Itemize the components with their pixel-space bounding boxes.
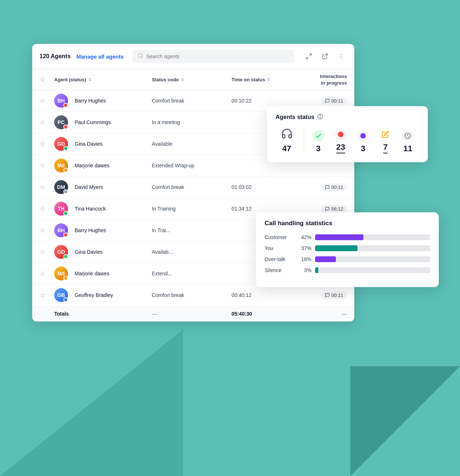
avatar-status-dot <box>63 124 68 129</box>
gray-clock-icon <box>402 130 414 142</box>
avatar-status-dot <box>63 189 68 194</box>
row-star-icon[interactable]: ☆ <box>40 248 45 256</box>
agent-name[interactable]: Marjorie dawes <box>75 163 109 168</box>
avatar: GD <box>54 245 68 259</box>
star-sort-icon[interactable]: ☆ <box>40 76 45 83</box>
header-icons <box>303 51 347 62</box>
expand-icon[interactable] <box>303 51 315 62</box>
bar-label: You <box>265 245 294 251</box>
row-star-icon[interactable]: ☆ <box>40 205 45 212</box>
bar-track <box>315 245 430 251</box>
agent-name[interactable]: Marjorie dawes <box>75 271 109 276</box>
svg-point-4 <box>341 58 341 59</box>
bar-label: Silence <box>265 267 294 273</box>
interaction-badge: 56:12 <box>321 205 347 213</box>
svg-point-6 <box>360 133 366 139</box>
interaction-badge: 00:11 <box>321 97 347 105</box>
search-input[interactable] <box>146 53 289 59</box>
totals-dash-2: — <box>342 311 347 317</box>
totals-dash-1: — <box>152 311 157 317</box>
avatar-status-dot <box>63 168 68 172</box>
avatar: GB <box>54 288 68 302</box>
time-on-status: 01:03:02 <box>232 184 252 190</box>
stat-total: 47 <box>276 128 304 153</box>
manage-all-agents-link[interactable]: Manage all agents <box>76 53 124 60</box>
time-on-status: 00:10:22 <box>232 98 252 104</box>
info-icon[interactable]: ⓘ <box>317 114 323 120</box>
bar-fill <box>315 256 336 262</box>
status-code: In Training <box>152 206 176 212</box>
row-star-icon[interactable]: ☆ <box>40 227 45 234</box>
agent-name[interactable]: Tina Hancock <box>75 206 106 212</box>
yellow-pen-icon <box>379 129 391 140</box>
col-status-header[interactable]: Status code <box>152 77 179 82</box>
stat-total-number: 47 <box>282 144 291 153</box>
row-star-icon[interactable]: ☆ <box>40 183 45 191</box>
bar-pct: 18% <box>298 256 311 262</box>
avatar: BH <box>54 94 68 108</box>
red-circle-icon <box>335 129 347 140</box>
row-star-icon[interactable]: ☆ <box>40 162 45 169</box>
stat-yellow-number: 7 <box>383 142 388 153</box>
status-code: Extended Wrap-up <box>152 163 194 168</box>
svg-point-5 <box>338 132 343 137</box>
table-row[interactable]: ☆ GB Geoffrey Bradley Comfort break 00:4… <box>32 285 354 306</box>
stat-purple: 3 <box>352 130 374 153</box>
col-time-header[interactable]: Time on status <box>232 77 265 82</box>
status-code: Extend... <box>152 271 172 276</box>
status-sort-icon[interactable]: ⇅ <box>181 77 184 82</box>
avatar-status-dot <box>63 233 68 237</box>
status-code: Comfort break <box>152 98 184 104</box>
stat-green: 3 <box>307 130 329 153</box>
agent-name[interactable]: Gina Davies <box>75 141 102 147</box>
svg-point-2 <box>341 54 341 55</box>
row-star-icon[interactable]: ☆ <box>40 291 45 299</box>
avatar: DM <box>54 180 68 194</box>
bar-pct: 37% <box>298 245 311 251</box>
stat-green-number: 3 <box>316 144 321 153</box>
agent-name[interactable]: Barry Hughes <box>75 98 106 104</box>
col-agent-header[interactable]: Agent (status) <box>54 77 86 82</box>
stat-red-number: 23 <box>336 142 345 153</box>
bar-fill <box>315 267 318 273</box>
bar-row: Over-talk 18% <box>265 256 430 262</box>
agent-name[interactable]: David Myers <box>75 184 103 190</box>
agent-name[interactable]: Paul Cummings <box>75 119 111 125</box>
bar-pct: 42% <box>298 234 311 240</box>
status-code: Available <box>152 141 173 147</box>
bar-fill <box>315 234 363 240</box>
bar-label: Over-talk <box>265 256 294 262</box>
bar-chart: Customer 42% You 37% Over-talk 18% Silen… <box>265 234 430 273</box>
totals-label: Totals <box>54 311 69 317</box>
col-interactions-header: Interactionsin progress <box>320 74 347 86</box>
agent-name[interactable]: Barry Hughes <box>75 227 106 233</box>
stat-yellow: 7 <box>374 129 397 153</box>
row-star-icon[interactable]: ☆ <box>40 97 45 104</box>
row-star-icon[interactable]: ☆ <box>40 270 45 277</box>
row-star-icon[interactable]: ☆ <box>40 119 45 126</box>
time-on-status: 01:34:12 <box>232 206 252 212</box>
green-check-icon <box>313 130 324 142</box>
bar-track <box>315 267 430 273</box>
bar-row: You 37% <box>265 245 430 251</box>
totals-row: Totals — 05:40:30 — <box>32 306 354 321</box>
time-sort-icon[interactable]: ⇅ <box>267 77 270 82</box>
bar-track <box>315 234 430 240</box>
status-stats: 47 3 23 <box>276 128 419 153</box>
agent-name[interactable]: Geoffrey Bradley <box>75 292 113 298</box>
avatar-status-dot <box>63 146 68 151</box>
more-options-icon[interactable] <box>335 51 347 62</box>
agent-sort-icon[interactable]: ⇅ <box>88 77 91 82</box>
stat-purple-number: 3 <box>361 144 365 153</box>
row-star-icon[interactable]: ☆ <box>40 140 45 148</box>
status-code: In a meeting <box>152 119 180 125</box>
purple-circle-icon <box>357 130 369 142</box>
external-link-icon[interactable] <box>319 51 331 62</box>
stat-gray: 11 <box>397 130 419 153</box>
call-handling-title: Call handling statistics <box>265 220 430 227</box>
interaction-badge: 00:11 <box>321 183 347 191</box>
agent-name[interactable]: Gina Davies <box>75 249 102 255</box>
table-row[interactable]: ☆ DM David Myers Comfort break 01:03:02 <box>32 176 354 198</box>
avatar-status-dot <box>63 276 68 280</box>
avatar-status-dot <box>63 211 68 216</box>
